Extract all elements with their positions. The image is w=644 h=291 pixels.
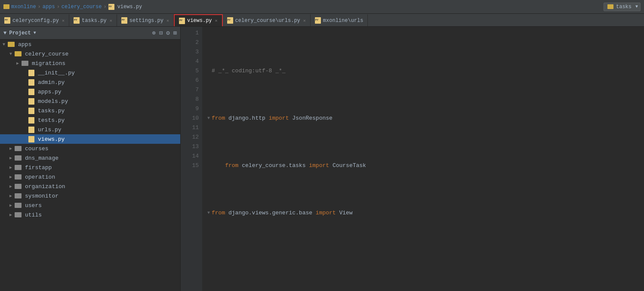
sidebar-item-urls[interactable]: urls.py <box>0 125 180 134</box>
sidebar-item-celery-course[interactable]: celery_course <box>0 49 180 59</box>
tab-icon-views <box>179 18 185 24</box>
tab-celeryconfig[interactable]: celeryconfig.py ✕ <box>0 14 69 26</box>
sidebar-dropdown-icon[interactable]: ▼ <box>34 31 36 35</box>
label-utils: utils <box>25 212 42 218</box>
sidebar-item-dns-manage[interactable]: dns_manage <box>0 153 180 163</box>
tab-close-settings[interactable]: ✕ <box>166 18 169 23</box>
sidebar-item-admin[interactable]: admin.py <box>0 77 180 87</box>
label-models: models.py <box>38 98 68 105</box>
tab-celery-urls[interactable]: celery_course\urls.py ✕ <box>223 14 311 26</box>
sep1: › <box>38 4 41 10</box>
crumb-file-icon <box>108 4 114 10</box>
tab-settings[interactable]: settings.py ✕ <box>117 14 174 26</box>
label-operation: operation <box>25 174 55 180</box>
sidebar-item-sysmonitor[interactable]: sysmonitor <box>0 191 180 201</box>
tab-close-celeryconfig[interactable]: ✕ <box>62 18 65 23</box>
arrow-celery-course <box>9 52 13 56</box>
label-users: users <box>25 202 42 209</box>
sidebar-item-utils[interactable]: utils <box>0 210 180 220</box>
project-folder-icon <box>3 4 9 9</box>
sidebar-item-users[interactable]: users <box>0 201 180 210</box>
label-init: __init__.py <box>38 70 75 76</box>
tab-close-views[interactable]: ✕ <box>215 18 218 23</box>
ln-12: 12 <box>184 133 199 142</box>
kw-import-3: import <box>309 161 333 170</box>
line1-text: # _*_ coding:utf-8 _*_ <box>212 66 286 76</box>
tab-label-tasks: tasks.py <box>82 18 107 24</box>
settings-icon[interactable]: ⚙ <box>166 29 169 37</box>
kw-from-4: from <box>212 208 228 218</box>
code-lines[interactable]: # _*_ coding:utf-8 _*_ ▼ from django.htt… <box>202 27 644 291</box>
tasks-dropdown[interactable]: tasks ▼ <box>604 3 641 11</box>
arrow-courses <box>9 146 13 151</box>
tab-icon-mxonline-urls <box>315 17 321 24</box>
cls-4: View <box>339 208 352 218</box>
arrow-organization <box>9 184 13 189</box>
crumb-mxonline[interactable]: mxonline <box>11 4 36 10</box>
sidebar-item-init[interactable]: __init__.py <box>0 68 180 77</box>
sidebar-item-migrations[interactable]: migrations <box>0 59 180 68</box>
folder-icon-organization <box>15 184 22 189</box>
sidebar-item-views-file[interactable]: views.py <box>0 134 180 144</box>
folder-icon-migrations <box>22 61 28 66</box>
label-tests: tests.py <box>38 117 65 124</box>
ln-8: 8 <box>184 95 199 104</box>
file-icon-tasks <box>28 108 34 114</box>
arrow-users <box>9 203 13 208</box>
folder-icon-courses <box>15 146 22 151</box>
label-firstapp: firstapp <box>25 164 52 171</box>
sidebar-item-tasks-file[interactable]: tasks.py <box>0 106 180 115</box>
sidebar-item-models[interactable]: models.py <box>0 96 180 106</box>
sidebar-item-courses[interactable]: courses <box>0 144 180 153</box>
folder-icon-operation <box>15 174 22 180</box>
tasks-folder-icon <box>607 4 613 9</box>
sidebar-actions: ⊕ ⊟ ⚙ ⊞ <box>152 29 177 37</box>
tab-tasks[interactable]: tasks.py ✕ <box>69 14 117 26</box>
label-admin: admin.py <box>38 79 65 86</box>
tasks-label: tasks <box>616 4 632 10</box>
crumb-apps[interactable]: apps <box>43 4 55 10</box>
tab-label-celery-urls: celery_course\urls.py <box>235 18 300 24</box>
tab-close-celery-urls[interactable]: ✕ <box>303 18 306 23</box>
tab-label-settings: settings.py <box>129 18 163 24</box>
sidebar-item-apps-py[interactable]: apps.py <box>0 87 180 96</box>
sidebar-item-operation[interactable]: operation <box>0 172 180 182</box>
ln-3: 3 <box>184 47 199 57</box>
kw-from-2: from <box>212 114 228 123</box>
tab-mxonline-urls[interactable]: mxonline\urls <box>311 14 368 26</box>
folder-icon-utils <box>15 212 22 217</box>
file-icon-init <box>28 70 34 76</box>
fold-4[interactable]: ▼ <box>206 210 212 216</box>
tab-views[interactable]: views.py ✕ <box>174 14 223 26</box>
file-icon-tests <box>28 117 34 124</box>
cls-2: JsonResponse <box>292 114 333 123</box>
arrow-dns-manage <box>9 155 13 161</box>
crumb-views[interactable]: views.py <box>117 4 142 10</box>
ln-13: 13 <box>184 142 199 152</box>
folder-icon-users <box>15 203 22 208</box>
sidebar-header: ▼ Project ▼ ⊕ ⊟ ⚙ ⊞ <box>0 27 180 40</box>
sidebar-item-firstapp[interactable]: firstapp <box>0 163 180 172</box>
sidebar-item-organization[interactable]: organization <box>0 182 180 191</box>
ln-11: 11 <box>184 123 199 133</box>
tab-close-tasks[interactable]: ✕ <box>110 18 112 23</box>
layout-icon[interactable]: ⊞ <box>173 29 177 37</box>
code-line-5 <box>206 256 644 265</box>
label-apps-py: apps.py <box>38 89 62 95</box>
toolbar-right: tasks ▼ <box>604 3 641 11</box>
breadcrumb-area: mxonline › apps › celery_course › views.… <box>3 4 604 10</box>
sidebar-item-tests[interactable]: tests.py <box>0 115 180 125</box>
sidebar: ▼ Project ▼ ⊕ ⊟ ⚙ ⊞ apps celery_ <box>0 27 181 291</box>
label-migrations: migrations <box>32 60 65 67</box>
label-urls: urls.py <box>38 127 62 133</box>
arrow-firstapp <box>9 165 13 170</box>
sidebar-item-apps[interactable]: apps <box>0 40 180 49</box>
ln-14: 14 <box>184 152 199 161</box>
ln-4: 4 <box>184 57 199 66</box>
sync-icon[interactable]: ⊕ <box>152 29 155 37</box>
fold-2[interactable]: ▼ <box>206 115 212 121</box>
collapse-icon[interactable]: ⊟ <box>159 29 163 37</box>
tab-label-mxonline-urls: mxonline\urls <box>323 18 364 24</box>
crumb-celery-course[interactable]: celery_course <box>62 4 102 10</box>
line-numbers: 1 2 3 4 5 6 7 8 9 10 11 12 13 14 15 <box>181 27 202 291</box>
